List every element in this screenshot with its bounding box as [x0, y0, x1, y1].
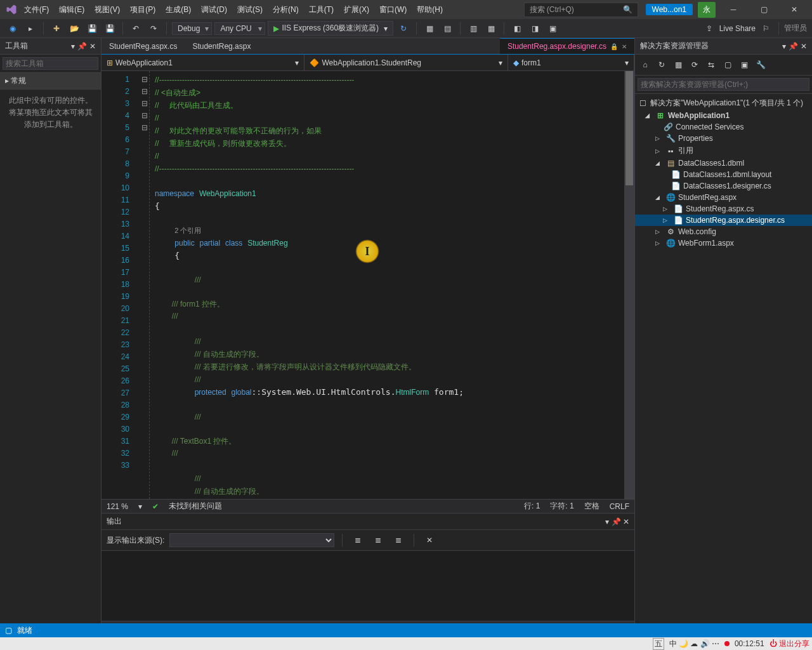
eol-mode: CRLF	[610, 502, 629, 511]
save-button[interactable]: 💾	[84, 21, 100, 36]
tray-icon[interactable]: 中 🌙 ☁ 🔊 ⋯	[669, 639, 719, 649]
solution-search[interactable]	[635, 76, 812, 94]
toolbox-search-input[interactable]	[3, 57, 98, 70]
menu-test[interactable]: 测试(S)	[233, 2, 266, 18]
tb-icon-6[interactable]: ◨	[527, 21, 542, 36]
sln-btn-2[interactable]: ↻	[654, 57, 669, 72]
tree-webform1[interactable]: ▷🌐WebForm1.aspx	[635, 237, 812, 249]
issues-text[interactable]: 未找到相关问题	[169, 501, 222, 512]
tree-studentreg-designer[interactable]: ▷📄StudentReg.aspx.designer.cs	[635, 215, 812, 226]
dropdown-icon[interactable]: ▾	[605, 517, 609, 526]
csproj-icon: ⊞	[655, 111, 665, 120]
menu-window[interactable]: 窗口(W)	[376, 2, 410, 18]
menu-extensions[interactable]: 扩展(X)	[340, 2, 373, 18]
menu-project[interactable]: 项目(P)	[126, 2, 159, 18]
menu-build[interactable]: 生成(B)	[162, 2, 195, 18]
nav-forward-button[interactable]: ▸	[23, 21, 38, 36]
output-btn-1[interactable]: ≣	[350, 533, 365, 548]
tb-icon-1[interactable]: ▦	[422, 21, 437, 36]
open-button[interactable]: 📂	[67, 21, 82, 36]
output-btn-2[interactable]: ≣	[370, 533, 386, 548]
nav-class[interactable]: 🔶WebApplication1.StudentReg▾	[304, 55, 508, 70]
menu-edit[interactable]: 编辑(E)	[55, 2, 88, 18]
solution-badge[interactable]: Web...on1	[646, 4, 693, 15]
nav-member[interactable]: ◆form1▾	[508, 55, 634, 70]
scrollbar-thumb[interactable]	[625, 71, 633, 185]
close-icon[interactable]: ✕	[623, 517, 629, 526]
tab-studentreg-cs[interactable]: StudentReg.aspx.cs	[102, 39, 185, 54]
zoom-level[interactable]: 121 %	[107, 502, 128, 511]
menu-analyze[interactable]: 分析(N)	[269, 2, 303, 18]
code-content[interactable]: //--------------------------------------…	[150, 71, 624, 499]
toolbox-section[interactable]: ▸ 常规	[0, 73, 101, 90]
toolbox-search[interactable]	[0, 55, 101, 73]
redo-button[interactable]: ↷	[146, 21, 161, 36]
tree-connected-services[interactable]: 🔗Connected Services	[635, 121, 812, 133]
window-close[interactable]: ✕	[782, 0, 807, 19]
tree-studentreg-aspx[interactable]: ◢🌐StudentReg.aspx	[635, 192, 812, 203]
output-body[interactable]	[102, 551, 634, 621]
fold-column[interactable]: ⊟⊟⊟⊟⊟	[140, 71, 150, 499]
tab-studentreg-aspx[interactable]: StudentReg.aspx	[185, 39, 258, 54]
liveshare-label[interactable]: Live Share	[719, 24, 756, 33]
platform-dropdown[interactable]: Any CPU	[214, 22, 265, 35]
menu-file[interactable]: 文件(F)	[20, 2, 53, 18]
pin-icon[interactable]: 📌	[77, 42, 87, 51]
sln-home-button[interactable]: ⌂	[638, 57, 653, 72]
sln-btn-6[interactable]: ▢	[720, 57, 735, 72]
tree-properties[interactable]: ▷🔧Properties	[635, 133, 812, 144]
tree-webconfig[interactable]: ▷⚙Web.config	[635, 226, 812, 237]
menu-help[interactable]: 帮助(H)	[413, 2, 447, 18]
new-button[interactable]: ✚	[49, 21, 64, 36]
output-source-dropdown[interactable]	[169, 533, 334, 547]
menu-tools[interactable]: 工具(T)	[305, 2, 337, 18]
ime-indicator[interactable]: 五	[653, 638, 664, 650]
window-minimize[interactable]: ─	[721, 0, 746, 19]
user-badge[interactable]: 永	[698, 2, 716, 18]
window-restore[interactable]: ▢	[751, 0, 776, 19]
menu-view[interactable]: 视图(V)	[91, 2, 124, 18]
run-button[interactable]: ▶IIS Express (360极速浏览器)▾	[268, 21, 393, 36]
sln-btn-4[interactable]: ⟳	[687, 57, 702, 72]
exit-share-button[interactable]: ⏻ 退出分享	[769, 639, 809, 649]
refresh-button[interactable]: ↻	[396, 21, 411, 36]
tb-icon-3[interactable]: ▥	[466, 21, 481, 36]
output-btn-3[interactable]: ≣	[391, 533, 406, 548]
tb-icon-4[interactable]: ▦	[483, 21, 499, 36]
sln-btn-5[interactable]: ⇆	[704, 57, 719, 72]
save-all-button[interactable]: 💾	[102, 21, 117, 36]
menu-debug[interactable]: 调试(D)	[197, 2, 231, 18]
sln-btn-8[interactable]: 🔧	[753, 57, 768, 72]
tree-dataclasses[interactable]: ◢▤DataClasses1.dbml	[635, 157, 812, 169]
undo-button[interactable]: ↶	[128, 21, 143, 36]
sln-btn-3[interactable]: ▦	[671, 57, 686, 72]
pin-icon[interactable]: 📌	[612, 517, 621, 526]
tree-studentreg-cs[interactable]: ▷📄StudentReg.aspx.cs	[635, 203, 812, 215]
config-dropdown[interactable]: Debug	[172, 22, 212, 35]
tree-project[interactable]: ◢⊞WebApplication1	[635, 110, 812, 121]
nav-project[interactable]: ⊞WebApplication1▾	[102, 55, 304, 70]
notification-icon[interactable]: ⚐	[758, 21, 773, 36]
nav-back-button[interactable]: ◉	[5, 21, 20, 36]
close-icon[interactable]: ✕	[801, 42, 807, 51]
tree-dbml-layout[interactable]: 📄DataClasses1.dbml.layout	[635, 169, 812, 180]
sln-btn-7[interactable]: ▣	[737, 57, 752, 72]
pin-icon[interactable]: 📌	[789, 42, 798, 51]
tb-icon-2[interactable]: ▤	[440, 21, 455, 36]
solution-search-input[interactable]	[638, 78, 809, 91]
tb-icon-5[interactable]: ◧	[509, 21, 525, 36]
solution-tree[interactable]: ☐解决方案"WebApplication1"(1 个项目/共 1 个) ◢⊞We…	[635, 94, 812, 637]
dropdown-icon[interactable]: ▾	[782, 42, 786, 51]
tree-references[interactable]: ▷▪▪引用	[635, 144, 812, 157]
tab-close-icon[interactable]: ✕	[622, 43, 627, 50]
global-search[interactable]: 搜索 (Ctrl+Q) 🔍	[524, 3, 638, 17]
tab-studentreg-designer[interactable]: StudentReg.aspx.designer.cs🔒✕	[500, 38, 634, 54]
dropdown-icon[interactable]: ▾	[71, 42, 75, 51]
tree-dbml-designer[interactable]: 📄DataClasses1.designer.cs	[635, 180, 812, 192]
tree-solution-root[interactable]: ☐解决方案"WebApplication1"(1 个项目/共 1 个)	[635, 96, 812, 110]
output-btn-clear[interactable]: ✕	[422, 533, 437, 548]
editor-area[interactable]: 1234567891011121314151617181920212223242…	[102, 71, 634, 499]
close-icon[interactable]: ✕	[89, 42, 96, 51]
vertical-scrollbar[interactable]: ✚	[624, 71, 634, 499]
tb-icon-7[interactable]: ▣	[545, 21, 560, 36]
